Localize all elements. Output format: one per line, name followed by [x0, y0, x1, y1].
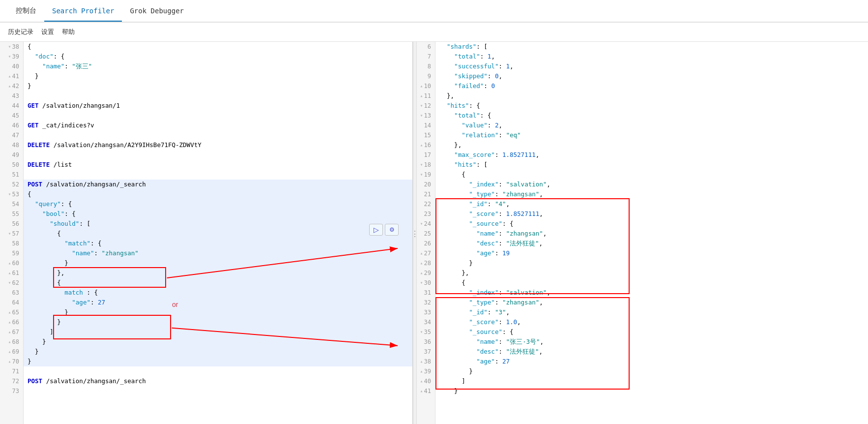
line-num-54: 54 [0, 199, 23, 209]
resp-line-num-27: ▴27 [417, 248, 435, 258]
line-num-39: ▾39 [0, 52, 23, 61]
line-num-70: ▴70 [0, 357, 23, 366]
resp-line-num-24: ▾24 [417, 219, 435, 229]
response-panel: 6789▴10▴11▾12▾131415▴1617▾18▾1920212223▾… [417, 42, 868, 424]
resp-line-num-39: ▴39 [417, 366, 435, 376]
tab-grok-debugger[interactable]: Grok Debugger [122, 1, 192, 22]
editor-toolbar: ▷ ⚙ [369, 224, 399, 236]
main-content: ▾38▾3940▴41▴4243444546474849505152▾53545… [0, 42, 868, 424]
resp-line-num-16: ▴16 [417, 140, 435, 150]
code-line-56: "should": [ [24, 219, 412, 229]
line-num-42: ▴42 [0, 81, 23, 91]
resp-code-line-16: }, [435, 140, 868, 150]
line-num-60: ▴60 [0, 258, 23, 268]
resp-code-line-12: "hits": { [435, 101, 868, 111]
nav-help[interactable]: 帮助 [62, 26, 75, 38]
resp-line-num-15: 15 [417, 130, 435, 140]
resp-line-num-36: 36 [417, 337, 435, 347]
line-num-71: 71 [0, 366, 23, 376]
code-line-47 [24, 130, 412, 140]
editor-body: ▾38▾3940▴41▴4243444546474849505152▾53545… [0, 42, 412, 424]
tab-search-profiler[interactable]: Search Profiler [44, 1, 122, 22]
resp-code-line-10: "failed": 0 [435, 81, 868, 91]
line-num-45: 45 [0, 111, 23, 121]
response-line-numbers: 6789▴10▴11▾12▾131415▴1617▾18▾1920212223▾… [417, 42, 435, 424]
highlight-box-match-name [53, 267, 166, 288]
line-num-40: 40 [0, 61, 23, 71]
resp-line-num-35: ▾35 [417, 327, 435, 337]
run-button[interactable]: ▷ [369, 224, 383, 236]
code-line-53: { [24, 189, 412, 199]
line-num-47: 47 [0, 130, 23, 140]
code-line-45 [24, 111, 412, 121]
editor-code-area[interactable]: { "doc": { "name": "张三" }} GET /salvatio… [24, 42, 412, 424]
code-line-52: POST /salvation/zhangsan/_search [24, 180, 412, 189]
resp-line-num-41: ▴41 [417, 386, 435, 396]
code-line-48: DELETE /salvation/zhangsan/A2Y9IHsBe71FQ… [24, 140, 412, 150]
resp-line-num-11: ▴11 [417, 91, 435, 101]
highlight-box-result-1 [435, 198, 630, 294]
resp-line-num-6: 6 [417, 42, 435, 52]
resp-line-num-38: ▴38 [417, 357, 435, 366]
resp-line-num-13: ▾13 [417, 111, 435, 121]
code-line-69: } [24, 347, 412, 357]
code-line-42: } [24, 81, 412, 91]
resp-code-line-15: "relation": "eq" [435, 130, 868, 140]
code-line-59: "name": "zhangsan" [24, 248, 412, 258]
line-num-68: ▴68 [0, 337, 23, 347]
resp-line-num-34: 34 [417, 317, 435, 327]
resp-code-line-17: "max_score": 1.8527111, [435, 150, 868, 160]
resp-line-num-9: 9 [417, 71, 435, 81]
line-num-58: 58 [0, 239, 23, 248]
resp-code-line-21: "_type": "zhangsan", [435, 189, 868, 199]
line-num-65: ▴65 [0, 307, 23, 317]
code-line-64: "age": 27 [24, 298, 412, 307]
nav-settings[interactable]: 设置 [41, 26, 54, 38]
code-line-73 [24, 386, 412, 396]
line-num-67: ▴67 [0, 327, 23, 337]
tab-console[interactable]: 控制台 [8, 0, 44, 22]
code-line-58: "match": { [24, 239, 412, 248]
resp-line-num-12: ▾12 [417, 101, 435, 111]
resp-line-num-29: ▴29 [417, 268, 435, 278]
resp-line-num-10: ▴10 [417, 81, 435, 91]
resp-code-line-14: "value": 2, [435, 121, 868, 130]
line-num-69: ▴69 [0, 347, 23, 357]
line-num-52: 52 [0, 180, 23, 189]
code-line-57: { [24, 229, 412, 239]
line-num-51: 51 [0, 170, 23, 180]
code-line-50: DELETE /list [24, 160, 412, 170]
resp-code-line-11: }, [435, 91, 868, 101]
resp-line-num-14: 14 [417, 121, 435, 130]
resp-code-line-20: "_index": "salvation", [435, 180, 868, 189]
response-code-area[interactable]: "shards": [ "total": 1, "successful": 1,… [435, 42, 868, 424]
resp-line-num-7: 7 [417, 52, 435, 61]
code-line-51 [24, 170, 412, 180]
resp-line-num-28: ▴28 [417, 258, 435, 268]
highlight-box-result-2 [435, 297, 630, 390]
nav-history[interactable]: 历史记录 [8, 26, 33, 38]
or-label: or [172, 301, 178, 308]
resp-line-num-30: ▾30 [417, 278, 435, 288]
resp-code-line-6: "shards": [ [435, 42, 868, 52]
wrench-button[interactable]: ⚙ [385, 224, 399, 236]
line-num-61: ▴61 [0, 268, 23, 278]
line-num-72: 72 [0, 376, 23, 386]
line-num-44: 44 [0, 101, 23, 111]
line-num-55: 55 [0, 209, 23, 219]
line-num-53: ▾53 [0, 189, 23, 199]
line-num-62: ▾62 [0, 278, 23, 288]
code-line-60: } [24, 258, 412, 268]
resp-code-line-18: "hits": [ [435, 160, 868, 170]
code-line-43 [24, 91, 412, 101]
resp-line-num-31: 31 [417, 288, 435, 298]
resp-code-line-9: "skipped": 0, [435, 71, 868, 81]
panel-divider[interactable]: ⋮ [413, 42, 417, 424]
second-nav: 历史记录 设置 帮助 [0, 23, 868, 42]
line-num-63: 63 [0, 288, 23, 298]
resp-line-num-23: 23 [417, 209, 435, 219]
line-num-48: 48 [0, 140, 23, 150]
line-num-43: 43 [0, 91, 23, 101]
line-num-59: 59 [0, 248, 23, 258]
resp-line-num-18: ▾18 [417, 160, 435, 170]
